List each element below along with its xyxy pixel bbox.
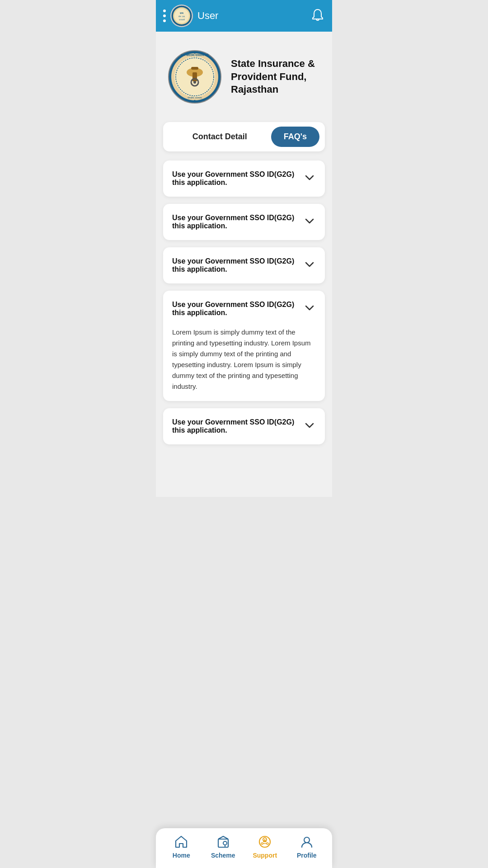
org-header: राज्य बीमा एवम् प्रावधायी निधि योगक्षेमो… [163, 41, 325, 113]
svg-point-17 [194, 52, 196, 54]
svg-text:राज्य: राज्य [179, 12, 184, 14]
accordion-question-5: Use your Government SSO ID(G2G) this app… [172, 418, 303, 434]
nav-item-scheme[interactable]: Scheme [202, 835, 244, 859]
svg-point-18 [194, 100, 196, 102]
accordion-question-4: Use your Government SSO ID(G2G) this app… [172, 301, 303, 317]
nav-label-profile: Profile [297, 852, 317, 859]
svg-text:प्रावधायी: प्रावधायी [178, 19, 185, 21]
svg-rect-12 [192, 72, 197, 81]
accordion-item-4: Use your Government SSO ID(G2G) this app… [163, 291, 325, 401]
accordion-header-3[interactable]: Use your Government SSO ID(G2G) this app… [163, 247, 325, 283]
accordion-question-2: Use your Government SSO ID(G2G) this app… [172, 214, 303, 230]
svg-point-25 [267, 843, 268, 844]
accordion-item-3: Use your Government SSO ID(G2G) this app… [163, 247, 325, 283]
top-bar: राज्य बीमा एवम् प्रावधायी User [156, 0, 332, 32]
menu-icon[interactable] [163, 9, 166, 22]
accordion-header-4[interactable]: Use your Government SSO ID(G2G) this app… [163, 291, 325, 327]
chevron-down-icon-1 [303, 171, 316, 186]
notification-bell-icon[interactable] [310, 8, 325, 24]
chevron-down-icon-4 [303, 302, 316, 316]
org-title: State Insurance & Provident Fund, Rajast… [231, 57, 320, 96]
chevron-down-icon-3 [303, 258, 316, 273]
tabs-card: Contact Detail FAQ's [163, 122, 325, 151]
org-logo-small: राज्य बीमा एवम् प्रावधायी [170, 5, 193, 27]
nav-label-home: Home [173, 852, 190, 859]
accordion-item-5: Use your Government SSO ID(G2G) this app… [163, 408, 325, 444]
main-content: राज्य बीमा एवम् प्रावधायी निधि योगक्षेमो… [156, 32, 332, 497]
nav-item-support[interactable]: Support [244, 835, 286, 859]
svg-point-26 [304, 837, 310, 843]
nav-label-support: Support [253, 852, 277, 859]
svg-text:राज्य बीमा एवम् प्रावधायी निधि: राज्य बीमा एवम् प्रावधायी निधि [180, 53, 208, 57]
nav-item-home[interactable]: Home [160, 835, 202, 859]
org-logo: राज्य बीमा एवम् प्रावधायी निधि योगक्षेमो… [168, 50, 222, 104]
accordion-header-2[interactable]: Use your Government SSO ID(G2G) this app… [163, 204, 325, 240]
svg-text:योगक्षेमो: कल्यतम्: योगक्षेमो: कल्यतम् [187, 96, 202, 99]
accordion-item-2: Use your Government SSO ID(G2G) this app… [163, 204, 325, 240]
chevron-down-icon-5 [303, 419, 316, 434]
svg-point-20 [223, 841, 227, 845]
nav-item-profile[interactable]: Profile [286, 835, 328, 859]
accordion-question-1: Use your Government SSO ID(G2G) this app… [172, 170, 303, 187]
tab-contact-detail[interactable]: Contact Detail [169, 128, 271, 145]
svg-rect-11 [191, 67, 198, 70]
user-name: User [197, 10, 306, 22]
accordion-question-3: Use your Government SSO ID(G2G) this app… [172, 257, 303, 274]
accordion-item-1: Use your Government SSO ID(G2G) this app… [163, 160, 325, 197]
accordion-body-4: Lorem Ipsum is simply dummy text of the … [163, 327, 325, 401]
svg-text:बीमा एवम्: बीमा एवम् [178, 15, 185, 18]
bottom-nav: Home Scheme Support Profile [156, 828, 332, 868]
chevron-down-icon-2 [303, 215, 316, 229]
svg-point-24 [261, 843, 263, 844]
tab-faqs[interactable]: FAQ's [271, 127, 319, 147]
accordion-header-5[interactable]: Use your Government SSO ID(G2G) this app… [163, 408, 325, 444]
nav-label-scheme: Scheme [211, 852, 235, 859]
svg-point-14 [193, 81, 196, 84]
accordion-container: Use your Government SSO ID(G2G) this app… [163, 160, 325, 444]
accordion-header-1[interactable]: Use your Government SSO ID(G2G) this app… [163, 160, 325, 197]
